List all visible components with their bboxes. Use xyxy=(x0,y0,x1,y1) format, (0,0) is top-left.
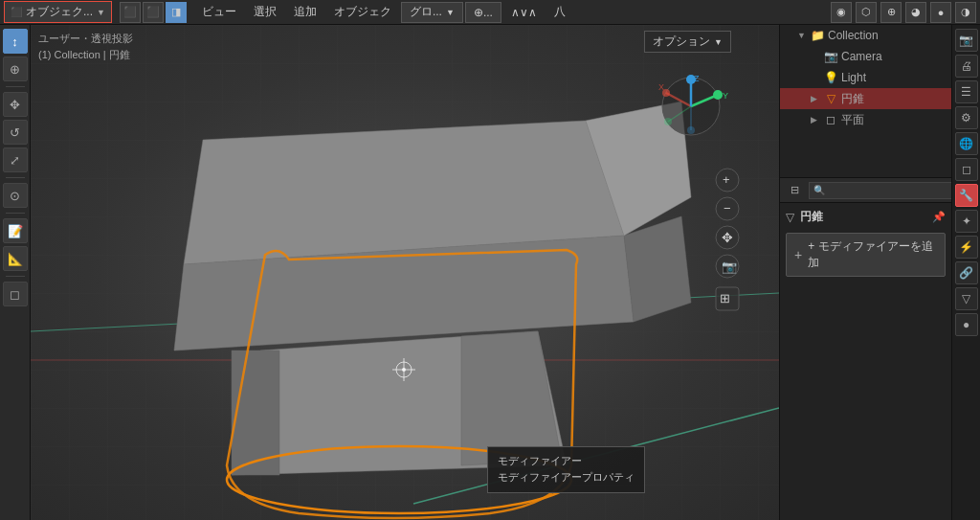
toolbar-icon-1[interactable]: ⬛ xyxy=(120,2,141,23)
top-menubar: ⬛ オブジェク... ▼ ⬛ ⬛ ◨ ビュー 選択 追加 オブジェク グロ...… xyxy=(0,0,980,25)
expand-icon: ▼ xyxy=(797,31,807,40)
header-compositor-btn[interactable]: ⊕ xyxy=(880,2,902,23)
mode-selector-label: オブジェク... xyxy=(26,4,93,20)
outliner: ▼ 📁 Collection 👁 📷 📷 Camera 👁 📷 💡 Light xyxy=(780,25,980,178)
menu-grease[interactable]: 八 xyxy=(546,2,573,22)
prop-physics-btn[interactable]: ⚡ xyxy=(955,236,978,259)
menu-select[interactable]: 選択 xyxy=(246,2,284,22)
svg-text:+: + xyxy=(723,172,730,187)
measure-tool-btn[interactable]: 📐 xyxy=(3,246,28,271)
header-scene-btn[interactable]: ◉ xyxy=(831,2,852,23)
menu-proportional[interactable]: ∧∨∧ xyxy=(503,4,545,21)
cone-icon: ▽ xyxy=(824,92,837,105)
transform-tool-btn[interactable]: ⊙ xyxy=(3,183,28,208)
menu-add[interactable]: 追加 xyxy=(286,2,324,22)
svg-point-18 xyxy=(713,90,723,100)
expand-icon-cone: ▶ xyxy=(811,94,820,103)
toolbar-separator-2 xyxy=(6,177,25,178)
outliner-item-light[interactable]: 💡 Light 👁 📷 xyxy=(780,67,980,88)
viewport-options-btn[interactable]: オプション ▼ xyxy=(644,31,731,53)
properties-header: ⊟ 🔍 xyxy=(780,178,980,203)
svg-point-15 xyxy=(402,368,406,372)
collection-icon: 📁 xyxy=(811,29,824,42)
prop-constraints-btn[interactable]: 🔗 xyxy=(955,261,978,284)
outliner-item-cone[interactable]: ▶ ▽ 円錐 👁 📷 xyxy=(780,88,980,109)
svg-marker-6 xyxy=(624,216,691,322)
chevron-down-icon: ▼ xyxy=(714,37,723,47)
toolbar-icons-top: ⬛ ⬛ ◨ xyxy=(120,2,187,23)
right-panel: ⊞ シーンコレクシ ⊟ 🔍 ▼ 📁 Collection 👁 📷 📷 Camer… xyxy=(779,0,980,520)
camera-label: Camera xyxy=(841,50,882,63)
svg-text:Y: Y xyxy=(723,91,728,101)
toolbar-separator-4 xyxy=(6,276,25,277)
scene-svg: Y X Z + − ✥ 📷 xyxy=(31,25,779,520)
menu-object[interactable]: オブジェク xyxy=(326,2,399,22)
properties-panel: ⊟ 🔍 ▽ 円錐 📌 + + モディファイアーを追加 xyxy=(780,178,980,520)
move-tool-btn[interactable]: ✥ xyxy=(3,92,28,117)
object-name-row: ▽ 円錐 📌 xyxy=(786,209,946,225)
plane-label: 平面 xyxy=(841,112,864,128)
plane-icon: ◻ xyxy=(824,113,837,126)
menu-glo[interactable]: グロ... ▼ xyxy=(401,2,463,23)
prop-particles-btn[interactable]: ✦ xyxy=(955,210,978,233)
svg-text:✥: ✥ xyxy=(722,230,733,245)
toolbar-separator-3 xyxy=(6,213,25,214)
menu-snap[interactable]: ⊕... xyxy=(465,2,501,23)
outliner-item-camera[interactable]: 📷 Camera 👁 📷 xyxy=(780,46,980,67)
toolbar-icon-2[interactable]: ⬛ xyxy=(143,2,164,23)
object-name-label: 円錐 xyxy=(800,209,823,225)
header-scripting-btn[interactable]: ◕ xyxy=(905,2,926,23)
pin-icon[interactable]: 📌 xyxy=(932,211,946,223)
svg-text:📷: 📷 xyxy=(722,259,738,275)
left-toolbar: ↕ ⊕ ✥ ↺ ⤢ ⊙ 📝 📐 ◻ xyxy=(0,25,31,520)
outliner-item-collection[interactable]: ▼ 📁 Collection 👁 📷 xyxy=(780,25,980,46)
svg-point-27 xyxy=(687,126,695,134)
plus-icon: + xyxy=(794,247,802,262)
header-render-btn[interactable]: ⬡ xyxy=(856,2,877,23)
annotate-tool-btn[interactable]: 📝 xyxy=(3,218,28,243)
prop-sidebar: 📷 🖨 ☰ ⚙ 🌐 ◻ 🔧 ✦ ⚡ 🔗 ▽ ● xyxy=(951,203,980,520)
select-tool-btn[interactable]: ↕ xyxy=(3,29,28,54)
properties-content: ▽ 円錐 📌 + + モディファイアーを追加 xyxy=(780,203,951,520)
light-icon: 💡 xyxy=(824,71,837,84)
header-shading-btn[interactable]: ◑ xyxy=(955,2,976,23)
add-modifier-btn[interactable]: + + モディファイアーを追加 xyxy=(786,233,946,277)
menu-center: ビュー 選択 追加 オブジェク グロ... ▼ ⊕... ∧∨∧ 八 xyxy=(194,2,573,23)
collection-label: Collection xyxy=(828,29,879,42)
add-modifier-label: + モディファイアーを追加 xyxy=(808,238,937,271)
svg-point-29 xyxy=(664,118,672,125)
prop-data-btn[interactable]: ▽ xyxy=(955,287,978,310)
properties-search: 🔍 xyxy=(809,182,974,199)
svg-text:X: X xyxy=(658,82,664,92)
viewport[interactable]: Y X Z + − ✥ 📷 xyxy=(31,25,779,520)
menu-view[interactable]: ビュー xyxy=(194,2,244,22)
svg-text:⊞: ⊞ xyxy=(720,291,730,305)
header-right: ◉ ⬡ ⊕ ◕ ● ◑ xyxy=(831,2,976,23)
search-icon: 🔍 xyxy=(813,185,825,195)
cube-tool-btn[interactable]: ◻ xyxy=(3,282,28,306)
toolbar-separator-1 xyxy=(6,86,25,87)
chevron-down-icon: ▼ xyxy=(97,8,105,17)
prop-material-btn[interactable]: ● xyxy=(955,313,978,336)
outliner-item-plane[interactable]: ▶ ◻ 平面 👁 📷 xyxy=(780,109,980,130)
header-left: ⬛ オブジェク... ▼ ⬛ ⬛ ◨ xyxy=(0,0,187,24)
svg-text:Z: Z xyxy=(694,74,700,83)
toolbar-icon-3[interactable]: ◨ xyxy=(166,2,187,23)
expand-icon-plane: ▶ xyxy=(811,115,820,124)
rotate-tool-btn[interactable]: ↺ xyxy=(3,120,28,145)
properties-menu-btn[interactable]: ⊟ xyxy=(786,182,803,199)
header-layout-btn[interactable]: ● xyxy=(930,2,951,23)
scale-tool-btn[interactable]: ⤢ xyxy=(3,147,28,172)
camera-icon: 📷 xyxy=(824,50,837,63)
cursor-tool-btn[interactable]: ⊕ xyxy=(3,57,28,81)
prop-modifiers-btn active[interactable]: 🔧 xyxy=(955,203,978,207)
mode-selector[interactable]: ⬛ オブジェク... ▼ xyxy=(4,1,112,23)
cone-label: 円錐 xyxy=(841,91,864,107)
svg-text:−: − xyxy=(724,201,731,215)
light-label: Light xyxy=(841,71,866,84)
